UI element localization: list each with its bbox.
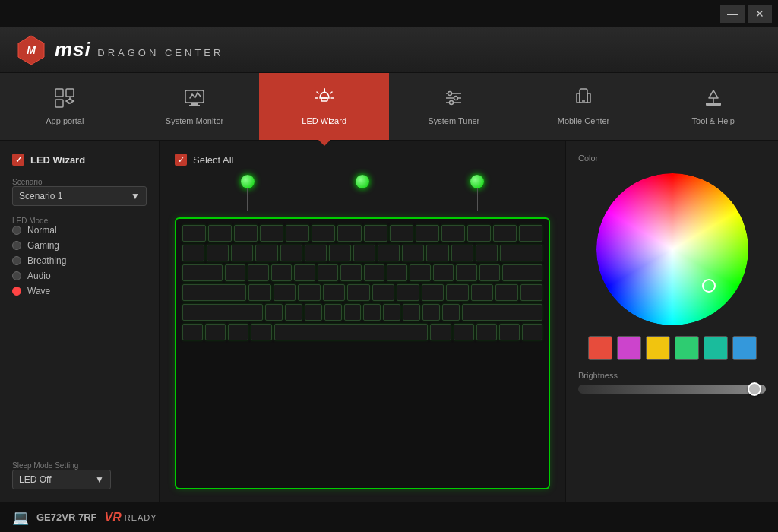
key-alt-l[interactable] <box>251 324 271 340</box>
key-f12[interactable] <box>493 225 517 242</box>
key-9[interactable] <box>402 245 424 261</box>
key-z[interactable] <box>265 304 283 321</box>
key-b[interactable] <box>344 304 362 321</box>
close-button[interactable]: ✕ <box>748 5 772 23</box>
key-ctrl-l[interactable] <box>205 324 226 340</box>
key-p[interactable] <box>433 264 454 281</box>
mode-gaming[interactable]: Gaming <box>12 240 147 251</box>
key-5[interactable] <box>305 245 327 261</box>
key-c[interactable] <box>305 304 322 321</box>
led-wizard-checkbox[interactable]: ✓ <box>12 154 24 166</box>
tab-tool-help[interactable]: Tool & Help <box>648 73 778 140</box>
key-equals[interactable] <box>476 245 498 261</box>
key-f2[interactable] <box>234 225 258 242</box>
tab-mobile-center[interactable]: Mobile Center <box>519 73 649 140</box>
key-i[interactable] <box>387 264 407 281</box>
key-0[interactable] <box>426 245 448 261</box>
key-m[interactable] <box>383 304 400 321</box>
swatch-yellow[interactable] <box>646 336 670 360</box>
key-n[interactable] <box>363 304 381 321</box>
key-arr-right[interactable] <box>522 324 542 340</box>
key-arr-down[interactable] <box>499 324 520 340</box>
key-period[interactable] <box>422 304 440 321</box>
key-t[interactable] <box>318 264 338 281</box>
key-6[interactable] <box>329 245 351 261</box>
tab-system-tuner[interactable]: System Tuner <box>389 73 519 140</box>
key-f10[interactable] <box>441 225 465 242</box>
key-space[interactable] <box>274 324 429 340</box>
key-backtick[interactable] <box>182 245 204 261</box>
key-arr-up[interactable] <box>476 324 497 340</box>
key-v[interactable] <box>324 304 342 321</box>
key-7[interactable] <box>353 245 375 261</box>
key-semicolon[interactable] <box>471 284 493 301</box>
key-s[interactable] <box>274 284 296 301</box>
key-r[interactable] <box>294 264 315 281</box>
select-all-checkbox[interactable]: ✓ <box>175 154 187 166</box>
key-f1[interactable] <box>208 225 232 242</box>
mode-normal-radio[interactable] <box>12 226 21 235</box>
swatch-green[interactable] <box>675 336 699 360</box>
key-3[interactable] <box>255 245 277 261</box>
mode-normal[interactable]: Normal <box>12 225 147 236</box>
key-g[interactable] <box>347 284 369 301</box>
tab-system-monitor[interactable]: System Monitor <box>130 73 260 140</box>
tab-app-portal[interactable]: App portal <box>0 73 130 140</box>
mode-breathing-radio[interactable] <box>12 256 21 265</box>
key-j[interactable] <box>397 284 419 301</box>
mode-wave[interactable]: Wave <box>12 286 147 296</box>
key-h[interactable] <box>372 284 394 301</box>
swatch-magenta[interactable] <box>617 336 641 360</box>
key-capslock[interactable] <box>182 284 246 301</box>
swatch-red[interactable] <box>588 336 612 360</box>
key-k[interactable] <box>422 284 444 301</box>
key-f7[interactable] <box>364 225 387 242</box>
key-e[interactable] <box>271 264 292 281</box>
mode-breathing[interactable]: Breathing <box>12 255 147 266</box>
mode-wave-radio[interactable] <box>12 287 21 296</box>
key-4[interactable] <box>280 245 302 261</box>
key-tab[interactable] <box>182 264 223 281</box>
tab-led-wizard[interactable]: LED Wizard <box>259 73 389 140</box>
key-minus[interactable] <box>451 245 473 261</box>
key-esc[interactable] <box>182 225 206 242</box>
key-f3[interactable] <box>260 225 283 242</box>
key-win[interactable] <box>228 324 248 340</box>
key-2[interactable] <box>231 245 253 261</box>
color-wheel[interactable] <box>596 173 748 325</box>
key-l[interactable] <box>446 284 468 301</box>
key-f11[interactable] <box>467 225 491 242</box>
sleep-dropdown[interactable]: LED Off ▼ <box>12 470 111 489</box>
key-f[interactable] <box>323 284 345 301</box>
key-q[interactable] <box>225 264 245 281</box>
key-quote[interactable] <box>495 284 517 301</box>
minimize-button[interactable]: — <box>720 5 745 23</box>
key-del[interactable] <box>519 225 542 242</box>
key-x[interactable] <box>285 304 302 321</box>
key-f9[interactable] <box>416 225 439 242</box>
key-slash[interactable] <box>442 304 460 321</box>
key-rbracket[interactable] <box>479 264 500 281</box>
key-lshift[interactable] <box>182 304 263 321</box>
key-w[interactable] <box>248 264 268 281</box>
key-f4[interactable] <box>286 225 309 242</box>
key-f6[interactable] <box>337 225 361 242</box>
key-arr-left[interactable] <box>454 324 474 340</box>
key-enter-top[interactable] <box>502 264 542 281</box>
key-backslash[interactable] <box>520 284 542 301</box>
brightness-slider[interactable] <box>578 385 766 394</box>
mode-audio-radio[interactable] <box>12 271 21 280</box>
key-8[interactable] <box>378 245 400 261</box>
key-o[interactable] <box>410 264 430 281</box>
mode-gaming-radio[interactable] <box>12 241 21 250</box>
key-backspace[interactable] <box>500 245 542 261</box>
key-f5[interactable] <box>312 225 335 242</box>
key-1[interactable] <box>207 245 229 261</box>
key-y[interactable] <box>340 264 361 281</box>
key-u[interactable] <box>364 264 384 281</box>
swatch-blue[interactable] <box>732 336 757 360</box>
key-d[interactable] <box>298 284 320 301</box>
scenario-dropdown[interactable]: Scenario 1 ▼ <box>12 186 147 206</box>
key-comma[interactable] <box>403 304 420 321</box>
key-fn[interactable] <box>182 324 203 340</box>
